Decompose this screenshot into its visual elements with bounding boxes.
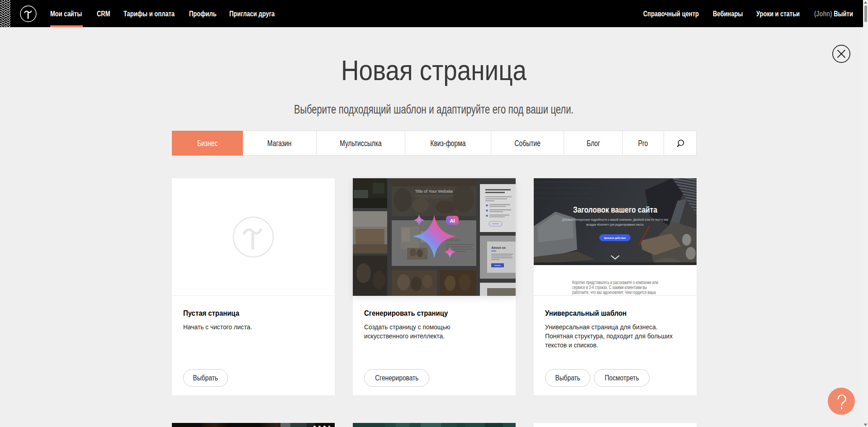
svg-text:команда, какие у нее ценности: команда, какие у нее ценности и мотиваци…	[572, 294, 644, 296]
svg-text:About us: About us	[491, 246, 506, 250]
svg-text:вкладка «Контент» для редактир: вкладка «Контент» для редактирования тек…	[586, 223, 644, 227]
svg-text:Целевое действие: Целевое действие	[604, 236, 626, 239]
svg-text:Title of Your Website: Title of Your Website	[415, 189, 453, 194]
svg-text:Добавьте интересные подробност: Добавьте интересные подробности о вашей …	[562, 218, 669, 222]
svg-text:AI: AI	[450, 218, 455, 223]
svg-text:Заголовок вашего сайта: Заголовок вашего сайта	[573, 205, 658, 214]
